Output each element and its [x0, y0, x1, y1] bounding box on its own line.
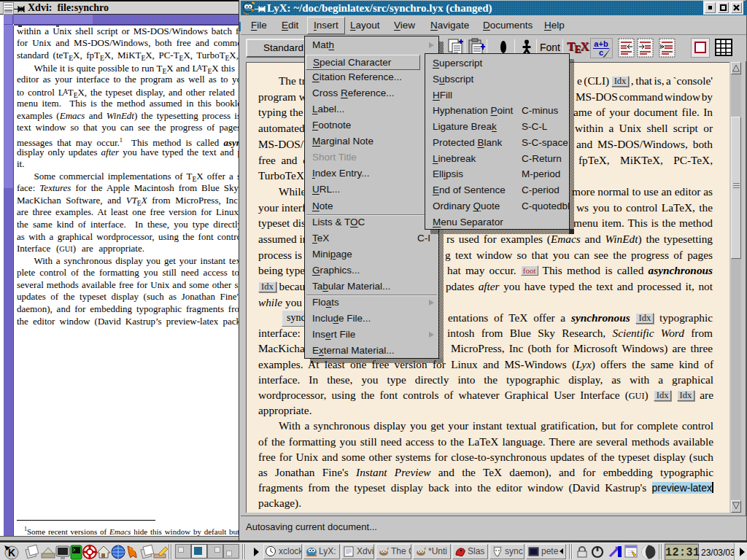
- svg-text:K: K: [8, 547, 15, 559]
